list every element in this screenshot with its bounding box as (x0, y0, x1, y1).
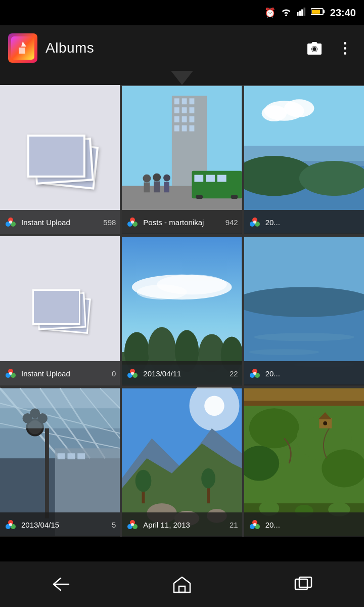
svg-rect-25 (190, 116, 195, 122)
camera-button[interactable] (303, 37, 326, 59)
wifi-icon (281, 7, 292, 19)
svg-point-38 (153, 174, 161, 182)
google-photos-icon (126, 367, 139, 380)
album-name: 2013/04/15 (21, 521, 108, 529)
svg-point-36 (143, 175, 151, 183)
album-name: Instant Upload (21, 218, 99, 227)
svg-rect-39 (154, 182, 160, 193)
svg-point-52 (284, 99, 314, 117)
album-count: 942 (225, 218, 238, 227)
recents-button[interactable] (283, 569, 324, 599)
album-name: April 11, 2013 (143, 521, 225, 529)
battery-icon (311, 8, 325, 18)
album-name: 20... (265, 521, 356, 529)
album-grid-wrapper: Instant Upload 598 (0, 85, 364, 607)
google-photos-icon (126, 518, 139, 531)
svg-rect-41 (164, 182, 169, 193)
svg-rect-4 (303, 7, 305, 15)
svg-rect-17 (174, 98, 179, 104)
svg-rect-37 (144, 182, 150, 192)
app-logo (8, 33, 37, 63)
svg-rect-34 (196, 195, 203, 199)
svg-point-115 (204, 396, 224, 416)
list-item[interactable]: 20... (244, 387, 364, 537)
svg-rect-22 (190, 107, 195, 113)
list-item[interactable]: Instant Upload 598 (0, 85, 120, 234)
svg-point-112 (9, 523, 12, 526)
recents-icon (293, 576, 313, 592)
back-icon (50, 576, 72, 592)
svg-point-79 (244, 287, 364, 317)
navigation-bar (0, 561, 364, 607)
photo-stack (32, 289, 80, 325)
svg-rect-3 (301, 9, 303, 16)
album-count: 22 (230, 369, 238, 378)
album-count: 598 (103, 218, 116, 227)
album-name: Posts - martonikaj (143, 218, 221, 227)
svg-rect-7 (323, 10, 325, 13)
photo-stack (27, 135, 85, 178)
menu-dot (344, 47, 346, 50)
svg-rect-31 (195, 175, 204, 182)
list-item[interactable]: 20... (244, 236, 364, 385)
google-photos-icon (248, 518, 261, 531)
svg-rect-32 (206, 175, 215, 182)
svg-rect-131 (244, 401, 364, 406)
svg-point-65 (137, 285, 187, 300)
svg-rect-1 (297, 12, 299, 15)
list-item[interactable]: 20... (244, 85, 364, 234)
home-button[interactable] (162, 569, 202, 599)
svg-point-132 (249, 408, 299, 448)
svg-point-81 (249, 349, 319, 355)
svg-point-86 (253, 372, 256, 375)
svg-point-146 (253, 523, 256, 526)
album-name: 2013/04/11 (143, 369, 225, 378)
list-item[interactable]: Instant Upload 0 (0, 236, 120, 385)
app-bar: Albums (0, 25, 364, 71)
svg-rect-26 (174, 125, 179, 132)
svg-rect-97 (45, 428, 49, 518)
album-count: 5 (112, 521, 116, 529)
google-photos-icon (4, 215, 17, 229)
status-bar: ⏰ 23:40 (0, 0, 364, 25)
list-item[interactable]: 2013/04/15 5 (0, 387, 120, 537)
svg-rect-2 (299, 11, 301, 16)
svg-point-45 (131, 221, 134, 224)
svg-point-0 (285, 14, 287, 16)
menu-dot (344, 52, 346, 55)
signal-icon (297, 7, 306, 19)
album-name: 20... (265, 369, 356, 378)
svg-rect-27 (182, 125, 187, 132)
svg-rect-6 (312, 10, 320, 14)
svg-rect-23 (174, 116, 179, 122)
svg-rect-19 (190, 98, 195, 104)
svg-rect-21 (182, 107, 187, 113)
sort-indicator (0, 71, 364, 85)
svg-point-53 (261, 105, 286, 121)
svg-point-14 (9, 221, 12, 224)
google-photos-icon (126, 215, 139, 229)
list-item[interactable]: Posts - martonikaj 942 (122, 85, 242, 234)
svg-rect-106 (77, 453, 85, 459)
svg-point-124 (202, 468, 216, 489)
app-title: Albums (46, 40, 295, 56)
svg-rect-24 (182, 116, 187, 122)
svg-point-40 (163, 175, 170, 182)
svg-point-57 (253, 221, 256, 224)
album-count: 21 (230, 521, 238, 529)
svg-rect-20 (174, 107, 179, 113)
svg-point-138 (323, 421, 327, 425)
album-name: 20... (265, 218, 356, 227)
google-photos-icon (248, 215, 261, 229)
album-count: 0 (112, 369, 116, 378)
back-button[interactable] (40, 569, 81, 599)
list-item[interactable]: April 11, 2013 21 (122, 387, 242, 537)
more-options-button[interactable] (334, 37, 356, 59)
album-name: Instant Upload (21, 369, 108, 378)
svg-rect-33 (217, 175, 226, 182)
svg-rect-105 (67, 453, 75, 459)
svg-point-80 (254, 333, 354, 341)
list-item[interactable]: 2013/04/11 22 (122, 236, 242, 385)
time-display: 23:40 (330, 7, 356, 19)
svg-point-122 (135, 470, 152, 492)
